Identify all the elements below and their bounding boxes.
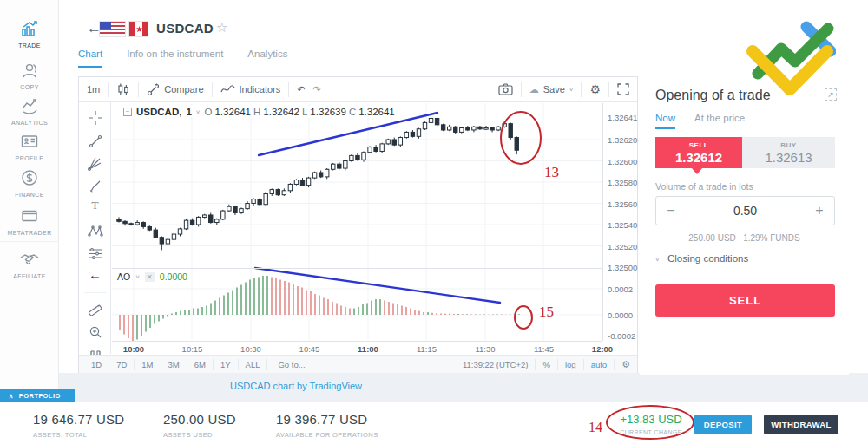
- sidebar-item-finance[interactable]: FINANCE: [0, 168, 59, 198]
- save-label: Save: [543, 84, 565, 95]
- attribution-strip: USDCAD chart by TradingView: [59, 373, 868, 402]
- volume-value[interactable]: 0.50: [686, 204, 805, 218]
- favorite-star-icon[interactable]: ☆: [216, 20, 227, 36]
- undo-icon[interactable]: ↶: [289, 77, 312, 102]
- chart-legend: − USDCAD, 1 ˅ O1.32641 H1.32642 L1.32639…: [121, 106, 398, 118]
- tab-analytics[interactable]: Analytics: [247, 49, 287, 68]
- assets-used-value: 250.00 USD: [163, 412, 236, 427]
- range-1y[interactable]: 1Y: [214, 359, 239, 370]
- hide-tools-arrow[interactable]: ←: [79, 267, 111, 288]
- time-tick: 11:45: [534, 344, 554, 354]
- price-tick: 1.32620: [608, 135, 637, 145]
- sell-tab[interactable]: SELL 1.32612: [655, 137, 742, 168]
- chevron-down-icon[interactable]: ˅: [135, 273, 140, 281]
- time-tick: 10:15: [182, 344, 203, 354]
- screenshot-camera-icon[interactable]: [490, 77, 521, 102]
- axis-settings-gear-icon[interactable]: ⚙: [614, 359, 637, 370]
- chart-plot-area[interactable]: 1315: [112, 103, 602, 341]
- chart-canvas: 1315: [112, 103, 602, 341]
- gann-fan-tool[interactable]: [79, 153, 111, 174]
- indicators-button[interactable]: Indicators: [213, 77, 289, 102]
- order-type-tabs: Now At the price: [655, 113, 745, 129]
- sidebar: TRADE COPY ANALYTICS PROFILE FINANCE: [0, 0, 59, 389]
- sidebar-item-metatrader[interactable]: METATRADER: [0, 206, 59, 236]
- range-1d[interactable]: 1D: [84, 359, 109, 370]
- ao-name: AO: [117, 271, 130, 282]
- price-tick: 1.32540: [608, 220, 637, 230]
- funds-amount: 250.00 USD: [688, 233, 735, 243]
- percent-scale-button[interactable]: %: [535, 359, 556, 370]
- sidebar-item-affiliate[interactable]: AFFILIATE: [0, 250, 59, 279]
- portfolio-label: PORTFOLIO: [19, 392, 61, 400]
- zoom-in-tool[interactable]: [79, 322, 111, 343]
- tab-info[interactable]: Info on the instrument: [127, 49, 223, 68]
- sidebar-divider: [0, 284, 59, 284]
- closing-conditions-toggle[interactable]: ˅ Closing conditions: [655, 253, 748, 264]
- measure-ruler-tool[interactable]: [79, 298, 111, 319]
- trading-app: TRADE COPY ANALYTICS PROFILE FINANCE: [0, 0, 868, 444]
- price-axis[interactable]: 1.326411.326201.326001.325801.325601.325…: [602, 103, 638, 341]
- collapse-legend-icon[interactable]: −: [123, 108, 132, 116]
- range-6m[interactable]: 6M: [187, 359, 214, 370]
- volume-decrease-button[interactable]: −: [656, 203, 686, 219]
- range-all[interactable]: ALL: [239, 359, 268, 370]
- time-tick: 10:45: [299, 344, 320, 354]
- sidebar-item-copy[interactable]: COPY: [0, 61, 59, 90]
- available-value: 19 396.77 USD: [276, 412, 367, 427]
- crosshair-tool[interactable]: [79, 108, 111, 128]
- goto-button[interactable]: Go to...: [267, 360, 315, 369]
- range-7d[interactable]: 7D: [109, 359, 135, 370]
- pane-divider[interactable]: [112, 268, 602, 269]
- sell-tab-label: SELL: [655, 141, 742, 149]
- buy-price: 1.32613: [742, 150, 835, 165]
- log-scale-button[interactable]: log: [557, 359, 583, 370]
- time-tick: 12:00: [592, 344, 613, 354]
- sidebar-item-label: FINANCE: [0, 192, 59, 198]
- volume-increase-button[interactable]: +: [805, 203, 834, 219]
- candle-style-button[interactable]: [108, 77, 138, 102]
- range-1m[interactable]: 1M: [135, 359, 161, 370]
- drawing-toolbar: T ← ˅: [79, 102, 111, 354]
- settings-gear-icon[interactable]: ⚙: [582, 77, 608, 102]
- auto-scale-button[interactable]: auto: [583, 359, 615, 370]
- tab-now[interactable]: Now: [655, 113, 675, 129]
- legend-interval: 1: [186, 107, 191, 117]
- pattern-xabcd-tool[interactable]: [79, 221, 111, 242]
- trend-line-tool[interactable]: [79, 131, 111, 152]
- sidebar-item-profile[interactable]: PROFILE: [0, 132, 59, 161]
- us-flag-icon: [99, 21, 126, 37]
- time-tick: 10:30: [240, 344, 261, 354]
- sidebar-item-analytics[interactable]: ANALYTICS: [0, 96, 59, 126]
- clock-label[interactable]: 11:39:22 (UTC+2): [456, 359, 536, 370]
- withdrawal-button[interactable]: WITHDRAWAL: [764, 415, 838, 434]
- affiliate-handshake-icon: [0, 250, 59, 271]
- interval-button[interactable]: 1m: [79, 77, 108, 102]
- price-tick: 1.32560: [608, 199, 637, 209]
- redo-icon[interactable]: ↷: [312, 77, 328, 102]
- buy-tab[interactable]: BUY 1.32613: [742, 137, 835, 168]
- portfolio-tag[interactable]: ∧PORTFOLIO: [0, 389, 75, 402]
- indicators-label: Indicators: [240, 84, 281, 95]
- tab-at-the-price[interactable]: At the price: [694, 113, 745, 129]
- chevron-down-icon[interactable]: ˅: [196, 108, 201, 116]
- save-button[interactable]: ☁ Save ˅: [522, 77, 582, 102]
- price-tick: 1.32580: [608, 178, 637, 187]
- sell-submit-button[interactable]: SELL: [655, 284, 835, 317]
- tradingview-attribution-link[interactable]: USDCAD chart by TradingView: [230, 381, 362, 391]
- ao-close-icon[interactable]: ✕: [145, 272, 155, 282]
- range-3m[interactable]: 3M: [161, 359, 187, 370]
- brush-tool[interactable]: [79, 176, 111, 197]
- forecast-tool[interactable]: [79, 244, 111, 264]
- chart-toolbar: 1m Compare Indicators ↶ ↷: [79, 77, 637, 102]
- sidebar-item-label: ANALYTICS: [0, 120, 59, 126]
- deposit-button[interactable]: DEPOSIT: [694, 415, 752, 434]
- text-tool[interactable]: T: [79, 199, 111, 219]
- buy-tab-label: BUY: [742, 141, 835, 149]
- chart-bottom-toolbar: 1D 7D 1M 3M 6M 1Y ALL Go to... 11:39:22 …: [79, 355, 637, 373]
- time-axis[interactable]: 10:0010:1510:3010:4511:0011:1511:3011:45…: [112, 341, 602, 355]
- compare-button[interactable]: Compare: [139, 77, 211, 102]
- tab-chart[interactable]: Chart: [78, 49, 102, 68]
- sidebar-item-trade[interactable]: TRADE: [0, 19, 59, 49]
- fullscreen-icon[interactable]: [609, 77, 637, 102]
- metatrader-window-icon: [0, 206, 59, 227]
